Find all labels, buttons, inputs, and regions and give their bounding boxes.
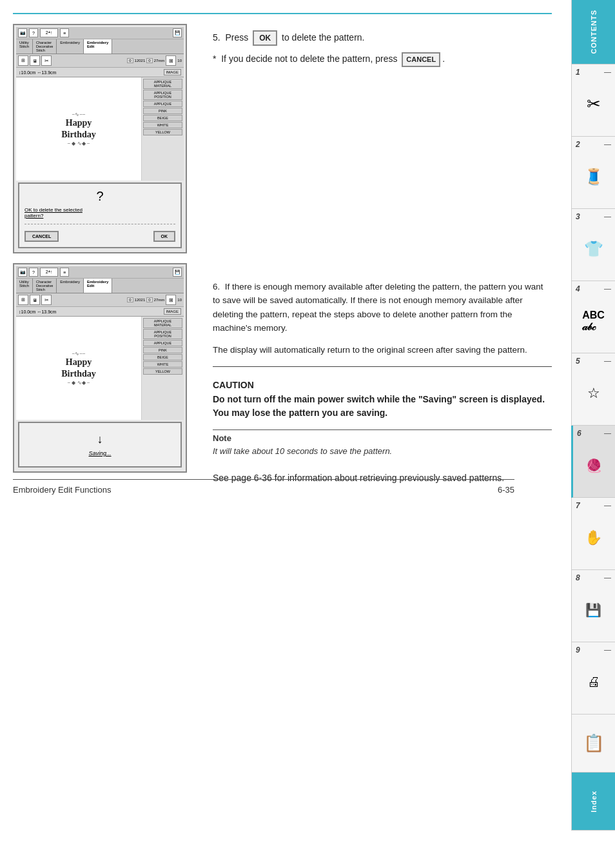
- screen2-birthday: HappyBirthday: [61, 357, 96, 380]
- top-divider: [13, 13, 552, 14]
- asterisk-note: * If you decide not to delete the patter…: [213, 52, 552, 67]
- tab2-embroidery[interactable]: Embroidery: [57, 279, 84, 293]
- screen1-val3: 27mm: [154, 59, 165, 63]
- tab-embroidery-edit[interactable]: EmbroideryEdit: [84, 39, 112, 54]
- item2-white[interactable]: WHITE: [143, 361, 182, 368]
- screen2-num: 12021: [135, 298, 146, 302]
- icon2-machine: 🖥: [30, 295, 40, 305]
- sidebar-tab-5[interactable]: 5 — ☆: [571, 353, 615, 426]
- item2-applique[interactable]: APPLIQUE: [143, 340, 182, 346]
- screen1-dialog-icon: ?: [24, 189, 175, 204]
- tab2-embroidery-edit[interactable]: EmbroideryEdit: [84, 279, 112, 293]
- icon2-grid: ⊞: [18, 295, 28, 305]
- screen2-saving-box: ↓ Saving...: [18, 422, 182, 468]
- sidebar-tab-9[interactable]: 9 — 🖨: [571, 642, 615, 715]
- screen1-birthday: HappyBirthday: [61, 117, 96, 141]
- tab-2-icon: 🧵: [584, 168, 603, 186]
- screen1-dialog-buttons: CANCEL OK: [24, 231, 175, 242]
- item-beige[interactable]: BEIGE: [143, 115, 182, 121]
- screen1-val2: 0: [146, 58, 152, 63]
- tab2-character[interactable]: CharacterDecorativeStitch: [33, 279, 57, 293]
- item-applique[interactable]: APPLIQUE: [143, 101, 182, 107]
- tab-utility[interactable]: UtilityStitch: [16, 39, 33, 54]
- screen1-menu-icon: ≡: [60, 28, 69, 37]
- sidebar-tab-notes[interactable]: 📋: [571, 715, 615, 773]
- screen1-top-row: 📷 ? 2⁴↑ ≡ 💾: [16, 27, 184, 39]
- notes-icon: 📋: [583, 733, 604, 753]
- sidebar-tab-1[interactable]: 1 — ✂: [571, 64, 615, 137]
- icon-grid: ⊞: [18, 55, 28, 66]
- note-title: Note: [213, 433, 552, 443]
- screen2-view-icon: 2⁴↑: [40, 268, 58, 277]
- item-applique-position[interactable]: APPLIQUEPOSITION: [143, 90, 182, 100]
- dialog-cancel-button[interactable]: CANCEL: [24, 231, 59, 242]
- tab2-utility[interactable]: UtilityStitch: [16, 279, 33, 293]
- dialog-ok-button[interactable]: OK: [153, 231, 176, 242]
- item2-yellow[interactable]: YELLOW: [143, 368, 182, 375]
- sidebar-tab-7[interactable]: 7 — ✋: [571, 498, 615, 570]
- tab-character[interactable]: CharacterDecorativeStitch: [33, 39, 57, 54]
- screen1-num: 12021: [135, 59, 146, 63]
- instructions-column: 5. Press OK to delete the pattern. * If …: [213, 24, 552, 485]
- icon-grid2: ⊞: [166, 55, 176, 66]
- screen2-help-icon: ?: [29, 268, 38, 277]
- saving-arrow-icon: ↓: [26, 433, 174, 446]
- step6-text: 6. If there is enough memory available a…: [213, 280, 552, 335]
- icon2-scissors: ✂: [41, 295, 52, 305]
- sidebar-tab-4[interactable]: 4 — ABC𝒶𝒷𝒸: [571, 281, 615, 353]
- item2-applique-material[interactable]: APPLIQUEMATERIAL: [143, 318, 182, 328]
- sidebar-tab-index[interactable]: Index: [571, 773, 615, 831]
- caution-divider: [213, 366, 552, 367]
- tab-6-icon: 🧶: [586, 458, 602, 473]
- screen2-camera-icon: 📷: [18, 268, 27, 277]
- screen1-dialog: ? OK to delete the selectedpattern? CANC…: [18, 182, 182, 248]
- screen1-body: ~∿~~ HappyBirthday ~ ◆ ∿◆ ~ APPLIQUEMATE…: [16, 77, 184, 181]
- footer-page-number: 6-35: [498, 485, 514, 495]
- screen2: 📷 ? 2⁴↑ ≡ 💾 UtilityStitch CharacterDecor…: [13, 263, 187, 473]
- screen1-help-icon: ?: [29, 28, 38, 37]
- icon-scissors: ✂: [41, 55, 52, 66]
- tab-embroidery[interactable]: Embroidery: [57, 39, 84, 54]
- screen1-image-label: IMAGE: [164, 69, 181, 75]
- item-pink[interactable]: PINK: [143, 108, 182, 114]
- item-applique-material[interactable]: APPLIQUEMATERIAL: [143, 79, 182, 89]
- step5-number: 5.: [213, 32, 220, 43]
- cancel-button-inline[interactable]: CANCEL: [402, 52, 440, 67]
- icon2-grid2: ⊞: [166, 295, 176, 305]
- tab-4-icon: ABC𝒶𝒷𝒸: [582, 310, 605, 333]
- tab-3-icon: 👕: [584, 240, 603, 258]
- sidebar-tab-6[interactable]: 6 — 🧶: [571, 426, 615, 498]
- sidebar-tab-contents[interactable]: CONTENTS: [571, 0, 615, 64]
- ok-button-inline[interactable]: OK: [253, 30, 277, 46]
- screen1-tabs: UtilityStitch CharacterDecorativeStitch …: [16, 39, 184, 54]
- caution-title: CAUTION: [213, 380, 552, 390]
- screen2-right-sidebar: APPLIQUEMATERIAL APPLIQUEPOSITION APPLIQ…: [142, 317, 184, 420]
- screen1-size-bar: ↕10.0cm ↔13.9cm IMAGE: [16, 68, 184, 77]
- item2-applique-position[interactable]: APPLIQUEPOSITION: [143, 329, 182, 339]
- sidebar-tab-3[interactable]: 3 — 👕: [571, 209, 615, 281]
- sidebar-tab-2[interactable]: 2 — 🧵: [571, 137, 615, 209]
- note-section: Note It will take about 10 seconds to sa…: [213, 429, 552, 458]
- screen1-right-sidebar: APPLIQUEMATERIAL APPLIQUEPOSITION APPLIQ…: [142, 77, 184, 181]
- screen2-canvas: ~∿~~ HappyBirthday ~ ◆ ∿◆ ~: [16, 317, 142, 420]
- screen2-size-bar: ↕10.0cm ↔13.9cm IMAGE: [16, 307, 184, 317]
- step5-text: 5. Press OK to delete the pattern.: [213, 30, 552, 46]
- footer-title: Embroidery Edit Functions: [13, 485, 111, 495]
- item2-beige[interactable]: BEIGE: [143, 354, 182, 360]
- item-yellow[interactable]: YELLOW: [143, 129, 182, 135]
- screen2-menu-icon: ≡: [60, 268, 69, 277]
- page-footer: Embroidery Edit Functions 6-35: [13, 479, 514, 495]
- screen1-dialog-text: OK to delete the selectedpattern?: [24, 207, 175, 219]
- screen1-deco2: ~ ◆ ∿◆ ~: [61, 141, 96, 146]
- screen2-val2: 0: [146, 297, 152, 302]
- item2-pink[interactable]: PINK: [143, 347, 182, 353]
- contents-label: CONTENTS: [590, 10, 598, 54]
- sidebar-tab-8[interactable]: 8 — 💾: [571, 570, 615, 642]
- content-area: 📷 ? 2⁴↑ ≡ 💾 UtilityStitch CharacterDecor…: [13, 24, 552, 485]
- screen2-size-text: ↕10.0cm ↔13.9cm: [19, 310, 56, 314]
- item-white[interactable]: WHITE: [143, 122, 182, 128]
- caution-text: Do not turn off the main power switch wh…: [213, 393, 552, 420]
- main-content: 📷 ? 2⁴↑ ≡ 💾 UtilityStitch CharacterDecor…: [0, 0, 571, 504]
- screen1-save-icon: 💾: [173, 28, 182, 37]
- screen1-camera-icon: 📷: [18, 28, 27, 37]
